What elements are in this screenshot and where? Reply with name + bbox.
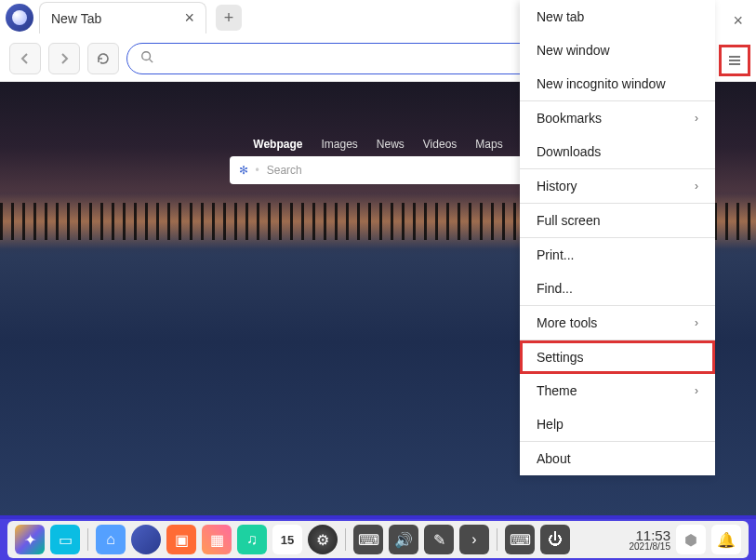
settings-icon[interactable]: ⚙	[308, 525, 338, 554]
menu-item-settings[interactable]: Settings	[520, 340, 715, 374]
menu-item-theme[interactable]: Theme›	[520, 374, 715, 407]
main-menu-dropdown: New tabNew windowNew incognito windowBoo…	[520, 0, 715, 475]
menu-item-label: Theme	[537, 383, 577, 398]
edit-icon[interactable]: ✎	[424, 525, 454, 554]
menu-item-about[interactable]: About	[520, 442, 715, 475]
menu-item-print-[interactable]: Print...	[520, 238, 715, 272]
search-category-nav: Webpage Images News Videos Maps	[253, 138, 502, 151]
page-search-box[interactable]: ✻ • Search	[230, 156, 527, 184]
close-window-icon[interactable]: ×	[733, 11, 743, 31]
files-icon[interactable]: ⌂	[96, 525, 126, 554]
menu-item-new-window[interactable]: New window	[520, 33, 715, 67]
menu-item-bookmarks[interactable]: Bookmarks›	[520, 101, 715, 135]
volume-icon[interactable]: 🔊	[389, 525, 418, 554]
new-tab-button[interactable]: +	[216, 5, 242, 31]
taskbar: ✦ ▭ ⌂ ▣ ▦ ♫ 15 ⚙ ⌨ 🔊 ✎ › ⌨ ⏻ 11:53 2021/…	[0, 515, 756, 560]
forward-button[interactable]	[48, 43, 80, 74]
menu-item-find-[interactable]: Find...	[520, 272, 715, 305]
chevron-right-icon: ›	[695, 180, 698, 193]
menu-item-label: Bookmarks	[537, 111, 602, 126]
search-icon	[140, 50, 153, 67]
menu-item-label: History	[537, 179, 577, 193]
clock-time: 11:53	[630, 528, 671, 542]
browser-tab[interactable]: New Tab ×	[39, 2, 206, 33]
clock-date: 2021/8/15	[630, 542, 671, 552]
menu-item-label: Downloads	[537, 144, 601, 159]
menu-item-label: Settings	[537, 350, 584, 365]
hamburger-icon	[726, 52, 743, 69]
nav-maps[interactable]: Maps	[475, 138, 502, 151]
paw-icon: ✻	[239, 164, 248, 177]
store-icon[interactable]: ▣	[166, 525, 196, 554]
app-icon-1[interactable]: ▭	[50, 525, 80, 554]
nav-news[interactable]: News	[377, 138, 405, 151]
menu-item-label: New window	[537, 43, 610, 58]
menu-item-label: Full screen	[537, 213, 600, 228]
browser-app-icon	[6, 4, 33, 32]
svg-point-0	[142, 51, 151, 60]
notifications-icon[interactable]: 🔔	[711, 525, 741, 554]
svg-line-1	[150, 59, 153, 62]
browser-taskbar-icon[interactable]	[131, 525, 161, 554]
keyboard-icon[interactable]: ⌨	[353, 525, 383, 554]
menu-item-help[interactable]: Help	[520, 407, 715, 441]
hamburger-menu-button[interactable]	[719, 45, 750, 76]
menu-item-history[interactable]: History›	[520, 169, 715, 203]
menu-item-label: New incognito window	[537, 76, 666, 91]
menu-item-label: More tools	[537, 315, 597, 330]
nav-images[interactable]: Images	[321, 138, 357, 151]
nav-videos[interactable]: Videos	[423, 138, 457, 151]
music-icon[interactable]: ♫	[237, 525, 267, 554]
menu-item-new-incognito-window[interactable]: New incognito window	[520, 67, 715, 100]
menu-item-full-screen[interactable]: Full screen	[520, 204, 715, 237]
menu-item-downloads[interactable]: Downloads	[520, 135, 715, 168]
clock[interactable]: 11:53 2021/8/15	[630, 528, 671, 552]
close-tab-icon[interactable]: ×	[184, 8, 194, 28]
menu-item-label: Help	[537, 417, 564, 432]
launcher-icon[interactable]: ✦	[15, 525, 45, 554]
back-button[interactable]	[9, 43, 41, 74]
screen-keyboard-icon[interactable]: ⌨	[505, 525, 535, 554]
nav-webpage[interactable]: Webpage	[253, 138, 302, 151]
menu-item-label: New tab	[537, 9, 584, 24]
menu-item-label: About	[537, 451, 571, 466]
reload-button[interactable]	[87, 43, 119, 74]
tab-title: New Tab	[51, 11, 101, 26]
power-icon[interactable]: ⏻	[540, 525, 570, 554]
menu-item-label: Print...	[537, 247, 574, 262]
gallery-icon[interactable]: ▦	[202, 525, 232, 554]
menu-item-new-tab[interactable]: New tab	[520, 0, 715, 33]
chevron-right-icon: ›	[695, 384, 698, 397]
chevron-right-icon: ›	[695, 112, 698, 125]
menu-item-more-tools[interactable]: More tools›	[520, 306, 715, 340]
search-placeholder: Search	[267, 164, 302, 177]
chevron-right-icon: ›	[695, 316, 698, 329]
reload-icon	[96, 51, 111, 66]
expand-icon[interactable]: ›	[459, 525, 489, 554]
chevron-right-icon	[57, 51, 72, 66]
tray-icon[interactable]: ⬢	[676, 525, 706, 554]
menu-item-label: Find...	[537, 281, 573, 296]
browser-window: New Tab × + × Webpage Images	[0, 0, 756, 515]
calendar-icon[interactable]: 15	[272, 525, 302, 554]
chevron-left-icon	[18, 51, 33, 66]
